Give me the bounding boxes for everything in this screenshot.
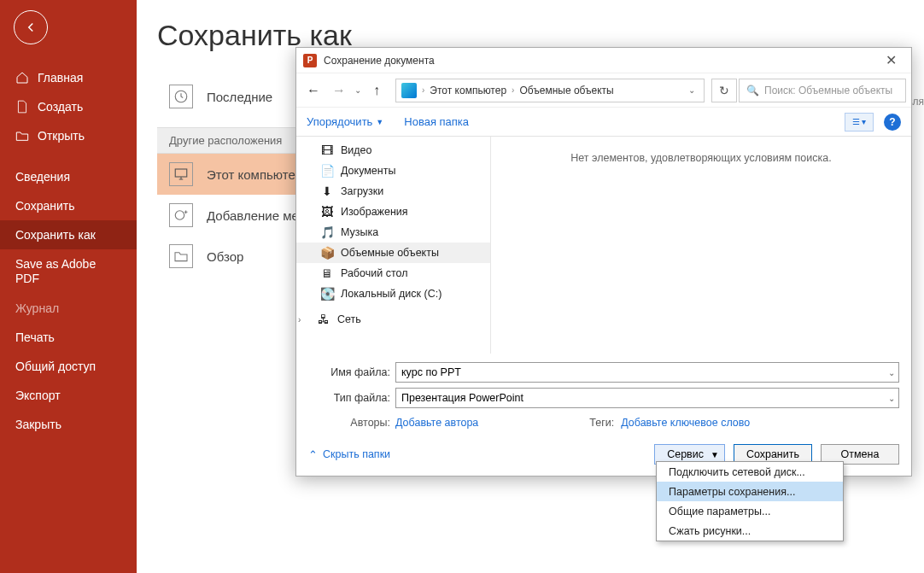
sidebar-item-save[interactable]: Сохранить <box>0 191 137 220</box>
chevron-down-icon: ▼ <box>711 450 719 459</box>
filename-label: Имя файла: <box>308 366 395 378</box>
svg-rect-1 <box>175 169 187 177</box>
sidebar-item-home[interactable]: Главная <box>0 63 137 92</box>
chevron-icon: › <box>512 85 514 95</box>
menu-map-drive[interactable]: Подключить сетевой диск... <box>657 462 843 482</box>
authors-input[interactable]: Добавьте автора <box>395 417 478 429</box>
dialog-toolbar: Упорядочить ▼ Новая папка ☰ ▾ ? <box>296 108 911 137</box>
network-icon: 🖧 <box>317 313 330 326</box>
view-mode-button[interactable]: ☰ ▾ <box>845 113 874 132</box>
chevron-down-icon[interactable]: ⌄ <box>888 368 895 377</box>
sidebar-label: Открыть <box>38 129 85 143</box>
sidebar-label: Сохранить как <box>15 228 96 242</box>
nav-history-icon[interactable]: ⌄ <box>354 85 361 95</box>
chevron-icon: › <box>422 85 424 95</box>
search-placeholder: Поиск: Объемные объекты <box>764 85 892 96</box>
tree-item-documents[interactable]: 📄Документы <box>296 161 490 181</box>
loc-label: Добавление ме <box>207 208 299 223</box>
menu-general-options[interactable]: Общие параметры... <box>657 501 843 521</box>
sidebar-item-history[interactable]: Журнал <box>0 294 137 323</box>
sidebar-label: Экспорт <box>15 389 61 402</box>
breadcrumb-dropdown-icon[interactable]: ⌄ <box>685 85 699 95</box>
sidebar-item-new[interactable]: Создать <box>0 92 137 121</box>
save-dialog: P Сохранение документа ✕ ← → ⌄ ↑ › Этот … <box>295 47 912 477</box>
organize-button[interactable]: Упорядочить ▼ <box>307 115 383 128</box>
open-icon <box>15 129 29 143</box>
breadcrumb[interactable]: › Этот компьютер › Объемные объекты ⌄ <box>395 79 705 102</box>
sidebar-item-adobe[interactable]: Save as Adobe PDF <box>0 249 137 294</box>
home-icon <box>15 71 29 85</box>
globe-plus-icon <box>169 203 193 227</box>
objects-icon: 📦 <box>320 246 334 260</box>
sidebar-item-share[interactable]: Общий доступ <box>0 352 137 381</box>
sidebar-label: Печать <box>15 330 55 344</box>
new-folder-button[interactable]: Новая папка <box>404 115 469 128</box>
nav-up-icon[interactable]: ↑ <box>365 79 389 102</box>
sidebar-label: Журнал <box>15 301 59 315</box>
nav-forward-icon[interactable]: → <box>327 79 351 102</box>
loc-label: Обзор <box>207 249 243 264</box>
chevron-up-icon: ⌃ <box>308 448 318 461</box>
loc-label: Последние <box>207 90 272 104</box>
tree-item-desktop[interactable]: 🖥Рабочий стол <box>296 263 490 284</box>
tags-input[interactable]: Добавьте ключевое слово <box>621 417 750 429</box>
tree-item-downloads[interactable]: ⬇Загрузки <box>296 181 490 202</box>
tools-menu: Подключить сетевой диск... Параметры сох… <box>656 461 844 541</box>
sidebar-label: Главная <box>38 71 83 85</box>
sidebar-label: Общий доступ <box>15 360 96 373</box>
dialog-titlebar: P Сохранение документа ✕ <box>296 48 911 73</box>
menu-compress-pictures[interactable]: Сжать рисунки... <box>657 521 843 541</box>
filename-input[interactable]: курс по PPT⌄ <box>395 362 899 383</box>
loc-label: Этот компьютер <box>207 167 302 182</box>
documents-icon: 📄 <box>320 164 334 178</box>
sidebar-item-print[interactable]: Печать <box>0 323 137 352</box>
tree-item-videos[interactable]: 🎞Видео <box>296 140 490 161</box>
filetype-label: Тип файла: <box>308 392 395 404</box>
tree-item-music[interactable]: 🎵Музыка <box>296 222 490 243</box>
sidebar-item-close[interactable]: Закрыть <box>0 410 137 439</box>
hide-folders-toggle[interactable]: ⌃Скрыть папки <box>308 448 390 461</box>
save-form: Имя файла: курс по PPT⌄ Тип файла: Презе… <box>296 354 911 429</box>
help-button[interactable]: ? <box>884 114 901 131</box>
sidebar-item-info[interactable]: Сведения <box>0 162 137 191</box>
tags-label: Теги: <box>589 417 621 429</box>
close-button[interactable]: ✕ <box>874 49 908 73</box>
clock-icon <box>169 85 193 108</box>
menu-save-options[interactable]: Параметры сохранения... <box>657 482 843 501</box>
tree-item-3dobjects[interactable]: 📦Объемные объекты <box>296 243 490 263</box>
sidebar-label: Сохранить <box>15 199 75 213</box>
folder-tree: 🎞Видео 📄Документы ⬇Загрузки 🖼Изображения… <box>296 137 491 354</box>
tree-item-pictures[interactable]: 🖼Изображения <box>296 202 490 222</box>
sidebar-item-open[interactable]: Открыть <box>0 121 137 150</box>
breadcrumb-seg[interactable]: Этот компьютер <box>430 85 506 96</box>
chevron-down-icon[interactable]: ⌄ <box>888 394 895 403</box>
dialog-nav: ← → ⌄ ↑ › Этот компьютер › Объемные объе… <box>296 73 911 108</box>
sidebar-label: Сведения <box>15 170 70 184</box>
authors-label: Авторы: <box>308 417 395 429</box>
svg-point-2 <box>175 211 184 220</box>
backstage-sidebar: Главная Создать Открыть Сведения Сохрани… <box>0 0 137 573</box>
refresh-button[interactable]: ↻ <box>711 79 737 102</box>
search-input[interactable]: 🔍 Поиск: Объемные объекты <box>739 79 906 102</box>
sidebar-item-export[interactable]: Экспорт <box>0 381 137 410</box>
folder-icon <box>169 244 193 268</box>
tree-item-network[interactable]: ›🖧Сеть <box>296 309 490 330</box>
filetype-select[interactable]: Презентация PowerPoint⌄ <box>395 388 899 408</box>
video-icon: 🎞 <box>320 143 334 157</box>
back-button[interactable] <box>14 10 48 44</box>
sidebar-item-saveas[interactable]: Сохранить как <box>0 220 137 249</box>
nav-back-icon[interactable]: ← <box>301 79 325 102</box>
breadcrumb-seg[interactable]: Объемные объекты <box>519 85 613 96</box>
new-icon <box>15 100 29 114</box>
downloads-icon: ⬇ <box>320 184 334 198</box>
desktop-icon: 🖥 <box>320 266 334 280</box>
dialog-title: Сохранение документа <box>324 55 874 67</box>
powerpoint-icon: P <box>303 54 317 67</box>
tree-item-disk-c[interactable]: 💽Локальный диск (C:) <box>296 284 490 304</box>
file-list-empty: Нет элементов, удовлетворяющих условиям … <box>491 137 911 354</box>
music-icon: 🎵 <box>320 225 334 239</box>
sidebar-label: Save as Adobe PDF <box>15 257 121 286</box>
sidebar-label: Создать <box>38 100 83 114</box>
search-icon: 🔍 <box>746 85 759 96</box>
pc-icon <box>401 83 417 98</box>
